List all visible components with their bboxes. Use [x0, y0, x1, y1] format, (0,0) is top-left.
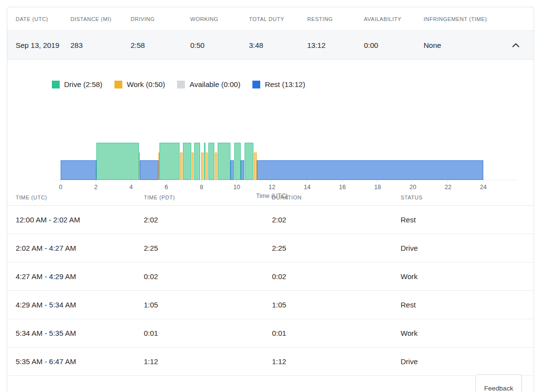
- work-swatch-icon: [114, 81, 122, 88]
- cell-duration: 2:02: [272, 216, 401, 224]
- cell-availability: 0:00: [364, 41, 424, 49]
- cell-time-pdt: 2:25: [144, 244, 272, 252]
- x-axis-tick: 12: [269, 180, 275, 191]
- legend-item-available[interactable]: Available (0:00): [177, 80, 240, 88]
- chart-bar-work: [192, 152, 194, 180]
- chart-bar-drive: [208, 143, 215, 180]
- available-swatch-icon: [177, 81, 185, 88]
- column-header-distance: Distance (mi): [70, 16, 131, 22]
- cell-working: 0:50: [190, 41, 249, 49]
- cell-status: Rest: [401, 216, 534, 224]
- feedback-button[interactable]: Feedback: [475, 374, 522, 392]
- cell-duration: 0:01: [272, 329, 401, 337]
- column-header-driving: Driving: [131, 16, 190, 22]
- table-row: 4:27 AM - 4:29 AM 0:02 0:02 Work: [7, 262, 534, 291]
- cell-status: Work: [401, 272, 534, 281]
- x-axis-tick: 4: [130, 180, 133, 191]
- collapse-row-button[interactable]: [510, 40, 521, 50]
- chart-bars-layer: [61, 143, 483, 180]
- chart-bar-drive: [245, 143, 253, 180]
- legend-label-available: Available (0:00): [189, 80, 240, 88]
- chevron-up-icon: [512, 43, 519, 47]
- cell-distance: 283: [70, 41, 131, 49]
- chart-bar-work: [180, 152, 182, 180]
- table-row: 12:00 AM - 2:02 AM 2:02 2:02 Rest: [7, 206, 534, 234]
- chart-bar-drive: [234, 143, 240, 180]
- cell-time-utc: 12:00 AM - 2:02 AM: [16, 216, 144, 224]
- x-axis-tick: 18: [374, 180, 381, 191]
- duty-timeline-chart: 024681012141618202224 Time (UTC): [54, 143, 517, 180]
- cell-status: Drive: [401, 244, 534, 252]
- x-axis-tick: 16: [339, 180, 346, 191]
- cell-duration: 1:05: [272, 301, 401, 309]
- cell-time-utc: 5:34 AM - 5:35 AM: [16, 329, 144, 337]
- chart-bar-drive: [159, 143, 180, 180]
- cell-time-utc: 4:27 AM - 4:29 AM: [16, 272, 144, 281]
- table-row: 5:34 AM - 5:35 AM 0:01 0:01 Work: [7, 319, 534, 348]
- legend-item-work[interactable]: Work (0:50): [114, 80, 165, 88]
- cell-time-pdt: 0:02: [144, 272, 272, 281]
- chart-bar-rest: [140, 160, 158, 180]
- x-axis-title: Time (UTC): [61, 193, 483, 199]
- table-row: 5:35 AM - 6:47 AM 1:12 1:12 Drive: [7, 348, 534, 376]
- cell-duration: 0:02: [272, 272, 401, 281]
- x-axis-tick: 24: [480, 180, 487, 191]
- drive-swatch-icon: [52, 81, 60, 88]
- cell-duration: 1:12: [272, 357, 401, 366]
- cell-time-pdt: 1:12: [144, 357, 272, 366]
- cell-time-pdt: 2:02: [144, 216, 272, 224]
- x-axis: 024681012141618202224: [61, 180, 483, 193]
- x-axis-tick: 14: [304, 180, 311, 191]
- column-header-infringement: Infringement (time): [424, 16, 534, 22]
- cell-status: Work: [401, 329, 534, 337]
- chart-bar-drive: [194, 143, 200, 180]
- x-axis-tick: 6: [165, 180, 168, 191]
- cell-time-utc: 2:02 AM - 4:27 AM: [16, 244, 144, 252]
- column-header-working: Working: [190, 16, 249, 22]
- legend-label-drive: Drive (2:58): [64, 80, 102, 88]
- cell-total-duty: 3:48: [249, 41, 307, 49]
- cell-time-utc: 5:35 AM - 6:47 AM: [16, 357, 144, 366]
- cell-time-pdt: 1:05: [144, 301, 272, 309]
- cell-time-utc: 4:29 AM - 5:34 AM: [16, 301, 144, 309]
- chart-bar-rest: [61, 160, 96, 180]
- legend-label-work: Work (0:50): [127, 80, 165, 88]
- chart-bar-work: [201, 152, 203, 180]
- chart-bar-drive: [96, 143, 139, 180]
- summary-table-header: Date (UTC) Distance (mi) Driving Working…: [7, 7, 534, 30]
- table-row: 2:02 AM - 4:27 AM 2:25 2:25 Drive: [7, 234, 534, 262]
- legend-label-rest: Rest (13:12): [265, 80, 305, 88]
- column-header-availability: Availability: [364, 16, 424, 22]
- summary-row[interactable]: Sep 13, 2019 283 2:58 0:50 3:48 13:12 0:…: [7, 30, 534, 60]
- cell-status: Drive: [401, 357, 534, 366]
- legend-item-rest[interactable]: Rest (13:12): [252, 80, 305, 88]
- chart-bar-drive: [218, 143, 230, 180]
- chart-bar-work: [206, 152, 207, 180]
- x-axis-tick: 0: [59, 180, 63, 191]
- chart-bar-drive: [183, 143, 191, 180]
- column-header-resting: Resting: [307, 16, 364, 22]
- chart-bar-rest: [257, 160, 483, 180]
- column-header-date-utc: Date (UTC): [16, 16, 70, 22]
- cell-resting: 13:12: [307, 41, 364, 49]
- x-axis-tick: 22: [445, 180, 451, 191]
- cell-driving: 2:58: [131, 41, 190, 49]
- chart-bar-work: [215, 152, 217, 180]
- x-axis-tick: 8: [200, 180, 203, 191]
- x-axis-tick: 2: [94, 180, 98, 191]
- x-axis-tick: 10: [233, 180, 240, 191]
- day-detail-card: Date (UTC) Distance (mi) Driving Working…: [7, 7, 534, 392]
- chart-bar-rest: [241, 160, 245, 180]
- chart-bar-drive: [204, 143, 206, 180]
- cell-date: Sep 13, 2019: [16, 41, 70, 49]
- cell-time-pdt: 0:01: [144, 329, 272, 337]
- legend-item-drive[interactable]: Drive (2:58): [52, 80, 102, 88]
- rest-swatch-icon: [252, 81, 260, 88]
- x-axis-tick: 20: [409, 180, 416, 191]
- cell-duration: 2:25: [272, 244, 401, 252]
- chart-bar-rest: [230, 160, 234, 180]
- chart-legend: Drive (2:58) Work (0:50) Available (0:00…: [52, 80, 534, 88]
- table-row: 4:29 AM - 5:34 AM 1:05 1:05 Rest: [7, 291, 534, 319]
- column-header-total-duty: Total duty: [249, 16, 307, 22]
- cell-status: Rest: [401, 301, 534, 309]
